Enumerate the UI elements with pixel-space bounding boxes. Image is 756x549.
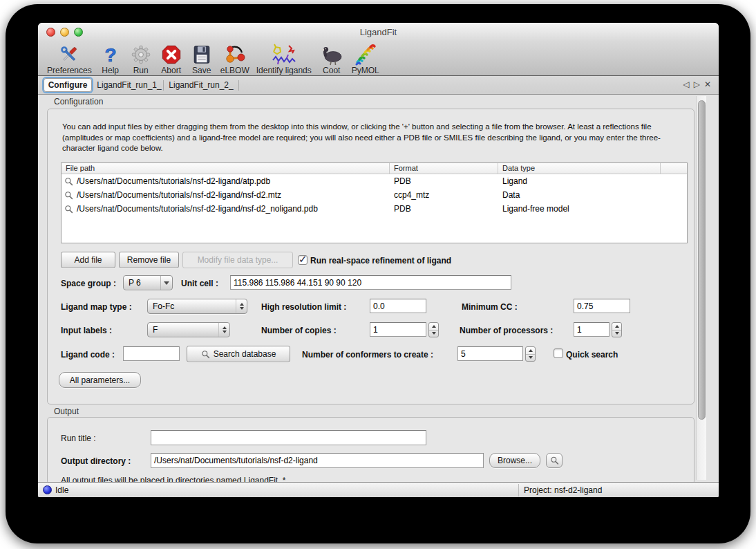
check-mark-icon: ✓: [299, 253, 308, 266]
file-data-type: Ligand-free model: [498, 204, 661, 214]
input-labels-label: Input labels :: [61, 326, 112, 335]
tab-configure[interactable]: Configure: [44, 78, 92, 92]
number-of-conformers-input[interactable]: [457, 346, 523, 361]
ligand-code-input[interactable]: [123, 346, 180, 361]
number-of-conformers-label: Number of conformers to create :: [302, 350, 433, 360]
toolbar: Preferences ? Help: [42, 42, 383, 75]
space-group-select[interactable]: P 6: [123, 275, 173, 290]
elbow-button[interactable]: eLBOW: [217, 44, 253, 75]
svg-text:?: ?: [104, 44, 116, 66]
column-header-format[interactable]: Format: [390, 163, 498, 174]
toolbar-item-label: eLBOW: [220, 66, 249, 75]
search-database-button[interactable]: Search database: [187, 346, 290, 362]
number-of-copies-stepper[interactable]: [428, 322, 439, 337]
input-labels-select[interactable]: F: [147, 322, 230, 337]
output-groupbox: [47, 417, 694, 482]
number-of-conformers-stepper[interactable]: [525, 346, 536, 362]
run-title-input[interactable]: [151, 430, 426, 445]
file-path: /Users/nat/Documents/tutorials/nsf-d2-li…: [77, 176, 270, 186]
open-directory-magnifier-button[interactable]: [546, 453, 563, 468]
file-path: /Users/nat/Documents/tutorials/nsf-d2-li…: [77, 190, 281, 200]
stepper-down-icon[interactable]: [612, 331, 621, 337]
minimum-cc-input[interactable]: [574, 299, 630, 313]
magnifier-icon[interactable]: [64, 205, 73, 214]
stepper-up-icon[interactable]: [429, 323, 438, 331]
all-parameters-button[interactable]: All parameters...: [59, 372, 141, 388]
unit-cell-label: Unit cell :: [181, 279, 218, 288]
number-of-copies-input[interactable]: [370, 322, 426, 337]
toolbar-item-label: Coot: [323, 66, 340, 75]
toolbar-item-label: Preferences: [47, 66, 92, 75]
number-of-processors-input[interactable]: [574, 322, 609, 337]
realspace-refinement-checkbox[interactable]: ✓: [298, 255, 308, 265]
status-separator: [518, 484, 519, 496]
floppy-disk-icon: [190, 44, 214, 66]
high-resolution-limit-input[interactable]: [370, 299, 426, 313]
window-chrome: LigandFit Preferences: [38, 23, 719, 76]
column-header-file-path[interactable]: File path: [62, 163, 390, 174]
output-directory-input[interactable]: [151, 453, 484, 468]
stepper-down-icon[interactable]: [526, 355, 535, 362]
quick-search-checkbox[interactable]: ✓: [554, 348, 563, 358]
input-labels-value: F: [148, 325, 218, 335]
project-text: Project: nsf-d2-ligand: [524, 485, 602, 495]
magnifier-icon[interactable]: [64, 191, 73, 200]
number-of-processors-stepper[interactable]: [612, 322, 622, 337]
run-button[interactable]: Run: [126, 44, 156, 75]
stepper-up-icon[interactable]: [526, 347, 535, 355]
file-data-type: Data: [498, 190, 661, 200]
pymol-helix-icon: [354, 44, 377, 66]
number-of-processors-label: Number of processors :: [460, 326, 553, 335]
coot-button[interactable]: Coot: [315, 44, 348, 75]
ligand-map-type-select[interactable]: Fo-Fc: [147, 299, 247, 314]
tab-scroll-left-icon[interactable]: ◁: [683, 80, 689, 89]
question-mark-icon: ?: [99, 44, 122, 66]
table-row[interactable]: /Users/nat/Documents/tutorials/nsf-d2-li…: [62, 202, 687, 216]
tab-label: LigandFit_run_1_: [97, 80, 161, 90]
scrollbar-thumb[interactable]: [698, 100, 706, 420]
stepper-up-icon[interactable]: [612, 323, 621, 331]
unit-cell-input[interactable]: [230, 275, 511, 290]
column-header-spacer: [661, 163, 687, 174]
tools-icon: [57, 44, 81, 66]
add-file-button[interactable]: Add file: [61, 252, 115, 268]
coot-bird-icon: [319, 44, 345, 66]
identify-ligands-button[interactable]: Identify ligands: [253, 44, 315, 75]
browse-button[interactable]: Browse...: [489, 453, 540, 468]
minimum-cc-label: Minimum CC :: [462, 302, 518, 312]
pymol-button[interactable]: PyMOL: [348, 44, 383, 75]
toolbar-item-label: Identify ligands: [256, 66, 312, 75]
tab-label: LigandFit_run_2_: [169, 80, 233, 90]
vertical-scrollbar[interactable]: [696, 96, 706, 480]
abort-button[interactable]: Abort: [156, 44, 187, 75]
tab-ligandfit-run-1[interactable]: LigandFit_run_1_: [96, 78, 162, 92]
tab-ligandfit-run-2[interactable]: LigandFit_run_2_: [167, 78, 236, 92]
modify-file-data-type-button[interactable]: Modify file data type...: [182, 252, 293, 268]
number-of-copies-label: Number of copies :: [261, 326, 337, 335]
input-file-table[interactable]: File path Format Data type /Users/nat/Do…: [61, 162, 688, 243]
output-directory-label: Output directory :: [61, 456, 131, 466]
save-button[interactable]: Save: [187, 44, 217, 75]
tab-nav: ◁ ▷ ✕: [683, 80, 711, 89]
space-group-label: Space group :: [61, 279, 116, 288]
preferences-button[interactable]: Preferences: [42, 44, 95, 75]
tab-bar: Configure LigandFit_run_1_ LigandFit_run…: [38, 76, 719, 95]
tab-close-icon[interactable]: ✕: [704, 80, 711, 89]
magnifier-icon: [550, 456, 559, 465]
configuration-group-label: Configuration: [54, 97, 103, 106]
run-title-label: Run title :: [61, 434, 96, 443]
tab-scroll-right-icon[interactable]: ▷: [694, 80, 700, 89]
status-text: Idle: [55, 485, 68, 495]
table-row[interactable]: /Users/nat/Documents/tutorials/nsf-d2-li…: [62, 188, 687, 202]
column-header-data-type[interactable]: Data type: [498, 163, 661, 174]
remove-file-button[interactable]: Remove file: [119, 252, 179, 268]
file-format: PDB: [390, 204, 498, 214]
magnifier-icon[interactable]: [64, 177, 73, 186]
help-button[interactable]: ? Help: [95, 44, 126, 75]
chevron-down-icon: [160, 276, 172, 290]
table-row[interactable]: /Users/nat/Documents/tutorials/nsf-d2-li…: [62, 174, 687, 188]
quick-search-label: Quick search: [566, 350, 618, 360]
space-group-value: P 6: [124, 278, 160, 288]
stepper-down-icon[interactable]: [429, 331, 438, 337]
ligand-map-type-label: Ligand map type :: [61, 302, 132, 312]
